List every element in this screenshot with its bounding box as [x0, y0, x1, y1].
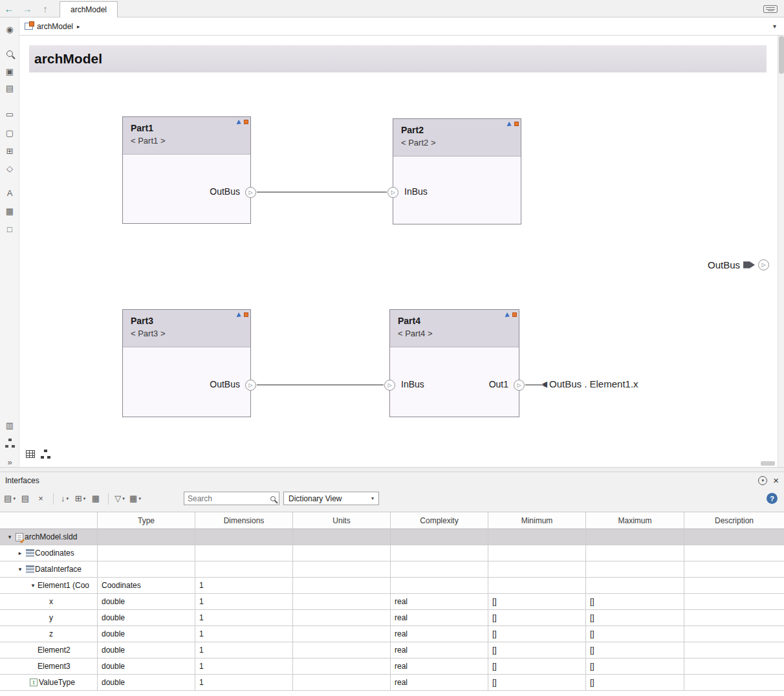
cell-complexity[interactable]: real	[391, 610, 488, 626]
cell-minimum[interactable]: []	[488, 626, 586, 642]
cell-description[interactable]	[684, 626, 784, 642]
cell-type[interactable]	[98, 529, 195, 545]
view-select[interactable]: Dictionary View ▾	[283, 492, 379, 505]
cell-minimum[interactable]	[488, 561, 586, 578]
cell-dimensions[interactable]: 1	[195, 675, 293, 691]
collapse-arrow-icon[interactable]: ▾	[28, 578, 38, 593]
comment-icon[interactable]: ▢	[2, 125, 17, 140]
viewport-icon[interactable]: ▭	[2, 106, 17, 122]
port-inbus[interactable]: ▷	[387, 187, 398, 198]
cell-minimum[interactable]: []	[488, 642, 586, 658]
cell-dimensions[interactable]: 1	[195, 658, 293, 675]
column-header-description[interactable]: Description	[684, 512, 784, 529]
table-row-x[interactable]: xdouble1real[][]	[0, 594, 784, 610]
breadcrumb-item[interactable]: archModel	[37, 22, 73, 31]
stereotype-icon[interactable]: ◇	[2, 160, 17, 176]
cell-type[interactable]	[98, 561, 195, 578]
cell-name[interactable]: ValueType	[0, 675, 98, 691]
cell-complexity[interactable]	[391, 545, 488, 561]
cell-name[interactable]: Element3	[0, 658, 98, 675]
clipboard-icon[interactable]: ⊞	[2, 143, 17, 158]
table-row-element1-coo[interactable]: ▾Element1 (CooCoodinates1	[0, 578, 784, 594]
cell-type[interactable]: double	[98, 658, 195, 675]
table-row-valuetype[interactable]: ValueTypedouble1real[][]	[0, 675, 784, 691]
port-out1[interactable]: ▷	[514, 380, 525, 391]
component-part3[interactable]: Part3< Part3 >▷OutBus	[122, 309, 251, 417]
cell-complexity[interactable]	[391, 529, 488, 545]
cell-type[interactable]: double	[98, 626, 195, 642]
cell-minimum[interactable]	[488, 578, 586, 594]
table-row-y[interactable]: ydouble1real[][]	[0, 610, 784, 626]
cell-complexity[interactable]: real	[391, 658, 488, 675]
model-browser-icon[interactable]	[2, 435, 17, 451]
cell-dimensions[interactable]	[195, 545, 293, 561]
cell-maximum[interactable]	[586, 545, 684, 561]
cell-maximum[interactable]	[586, 529, 684, 545]
architecture-port-outbus[interactable]: OutBus ▷	[708, 259, 769, 270]
document-tab[interactable]: archModel	[60, 1, 118, 17]
cell-units[interactable]	[293, 529, 391, 545]
expand-arrow-icon[interactable]: ▸	[16, 545, 25, 561]
cell-type[interactable]: double	[98, 675, 195, 691]
canvas-vertical-scrollbar[interactable]	[778, 36, 784, 467]
cell-type[interactable]: double	[98, 610, 195, 626]
table-row-datainterface[interactable]: ▾DataInterface	[0, 561, 784, 578]
cell-units[interactable]	[293, 626, 391, 642]
cell-maximum[interactable]: []	[586, 594, 684, 610]
export-button[interactable]: ⊞▾	[73, 492, 87, 506]
fit-to-view-icon[interactable]: ▣	[2, 63, 17, 79]
collapse-arrow-icon[interactable]: ▾	[16, 561, 25, 577]
port-inbus[interactable]: ▷	[384, 380, 395, 391]
area-icon[interactable]: □	[2, 221, 17, 237]
table-view-button[interactable]: ▦▾	[128, 492, 142, 506]
cell-complexity[interactable]: real	[391, 675, 488, 691]
cell-dimensions[interactable]: 1	[195, 594, 293, 610]
cell-dimensions[interactable]: 1	[195, 578, 293, 594]
cell-description[interactable]	[684, 545, 784, 561]
cell-maximum[interactable]: []	[586, 610, 684, 626]
cell-units[interactable]	[293, 675, 391, 691]
port-outbus[interactable]: ▷	[245, 187, 256, 198]
cell-dimensions[interactable]	[195, 561, 293, 578]
table-row-element3[interactable]: Element3double1real[][]	[0, 658, 784, 675]
annotation-icon[interactable]: A	[2, 185, 17, 201]
column-header-maximum[interactable]: Maximum	[586, 512, 684, 529]
signal-label[interactable]: ◀ OutBus . Element1.x	[541, 378, 638, 389]
cell-complexity[interactable]	[391, 578, 488, 594]
cell-minimum[interactable]	[488, 529, 586, 545]
print-button[interactable]: ▦	[89, 492, 103, 506]
cell-maximum[interactable]: []	[586, 658, 684, 675]
column-header-complexity[interactable]: Complexity	[391, 512, 488, 529]
keyboard-icon[interactable]	[763, 5, 778, 13]
connector-wire-2[interactable]	[257, 384, 384, 386]
explore-icon[interactable]: ◉	[2, 21, 17, 37]
help-button[interactable]: ?	[767, 493, 778, 504]
cell-description[interactable]	[684, 610, 784, 626]
cell-maximum[interactable]: []	[586, 642, 684, 658]
search-input[interactable]	[188, 494, 270, 503]
component-part4[interactable]: Part4< Part4 >▷InBus▷Out1	[389, 309, 519, 417]
cell-complexity[interactable]: real	[391, 626, 488, 642]
up-button[interactable]: ↑	[36, 1, 54, 17]
cell-units[interactable]	[293, 561, 391, 578]
import-button[interactable]: ↓▾	[58, 492, 72, 506]
cell-minimum[interactable]: []	[488, 675, 586, 691]
cell-dimensions[interactable]	[195, 529, 293, 545]
cell-description[interactable]	[684, 561, 784, 578]
screenshot-icon[interactable]: ▥	[2, 417, 17, 433]
cell-complexity[interactable]: real	[391, 594, 488, 610]
cell-type[interactable]: double	[98, 642, 195, 658]
connector-wire-3[interactable]	[525, 384, 543, 386]
cell-units[interactable]	[293, 545, 391, 561]
cell-type[interactable]	[98, 545, 195, 561]
cell-name[interactable]: y	[0, 610, 98, 626]
component-part2[interactable]: Part2< Part2 >▷InBus	[393, 118, 521, 224]
hide-toolstrip-chevron-icon[interactable]: ▾	[770, 23, 779, 30]
cell-name[interactable]: ▾Element1 (Coo	[0, 578, 98, 594]
cell-description[interactable]	[684, 642, 784, 658]
canvas-horizontal-scrollbar[interactable]	[761, 461, 775, 466]
cell-units[interactable]	[293, 658, 391, 675]
column-header-dimensions[interactable]: Dimensions	[195, 512, 293, 529]
cell-units[interactable]	[293, 578, 391, 594]
cell-units[interactable]	[293, 610, 391, 626]
